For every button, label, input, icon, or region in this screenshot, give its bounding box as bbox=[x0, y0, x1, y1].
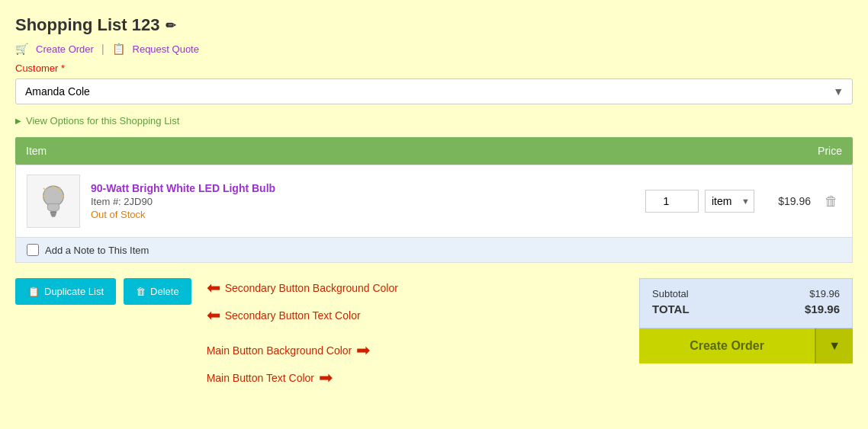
separator: | bbox=[101, 43, 104, 55]
col-price-header: Price bbox=[818, 145, 842, 157]
required-mark: * bbox=[61, 62, 65, 74]
item-image bbox=[27, 174, 80, 228]
duplicate-label: Duplicate List bbox=[44, 286, 104, 297]
customer-label: Customer * bbox=[15, 62, 853, 74]
create-order-button[interactable]: Create Order bbox=[639, 328, 815, 363]
view-options-row[interactable]: ▶ View Options for this Shopping List bbox=[15, 115, 853, 126]
subtotal-label: Subtotal bbox=[652, 288, 689, 299]
unit-select-wrapper: item ▼ bbox=[705, 190, 754, 213]
annotation-secondary-text-text: Secondary Button Text Color bbox=[225, 309, 361, 322]
svg-rect-1 bbox=[50, 211, 56, 213]
quote-icon: 📋 bbox=[112, 43, 125, 55]
bulb-svg bbox=[34, 182, 72, 220]
item-name[interactable]: 90-Watt Bright White LED Light Bulb bbox=[91, 182, 635, 194]
total-label: TOTAL bbox=[652, 303, 690, 315]
cart-icon: 🛒 bbox=[15, 43, 28, 55]
customer-select-wrapper: Amanda Cole ▼ bbox=[15, 78, 853, 104]
table-header: Item Price bbox=[15, 137, 853, 165]
item-number: Item #: 2JD90 bbox=[91, 196, 635, 207]
annotations-area: ⬅ Secondary Button Background Color ⬅ Se… bbox=[191, 278, 639, 395]
annotation-secondary-bg: ⬅ Secondary Button Background Color bbox=[207, 278, 624, 298]
subtotal-value: $19.96 bbox=[809, 288, 840, 299]
annotation-main-bg: Main Button Background Color ➡ bbox=[207, 341, 624, 360]
bottom-section: 📋 Duplicate List 🗑 Delete ⬅ Secondary Bu… bbox=[15, 278, 853, 395]
item-row: 90-Watt Bright White LED Light Bulb Item… bbox=[15, 165, 853, 238]
summary-box: Subtotal $19.96 TOTAL $19.96 bbox=[639, 278, 853, 328]
view-options-arrow: ▶ bbox=[15, 117, 21, 125]
annotation-secondary-bg-text: Secondary Button Background Color bbox=[225, 282, 398, 294]
quantity-controls: item ▼ bbox=[645, 190, 754, 213]
create-order-dropdown-button[interactable]: ▼ bbox=[815, 328, 853, 363]
annotation-main-bg-text: Main Button Background Color bbox=[207, 344, 352, 357]
duplicate-icon: 📋 bbox=[27, 286, 40, 297]
svg-rect-3 bbox=[52, 216, 56, 217]
annotation-main-text: Main Button Text Color ➡ bbox=[207, 368, 624, 388]
duplicate-list-button[interactable]: 📋 Duplicate List bbox=[15, 278, 116, 305]
add-note-checkbox[interactable] bbox=[27, 244, 39, 256]
page-title: Shopping List 123 bbox=[15, 15, 159, 35]
item-details: 90-Watt Bright White LED Light Bulb Item… bbox=[91, 182, 635, 220]
pencil-icon[interactable]: ✏ bbox=[166, 18, 175, 33]
delete-label: Delete bbox=[150, 286, 179, 297]
item-stock-status: Out of Stock bbox=[91, 209, 635, 220]
view-options-label: View Options for this Shopping List bbox=[26, 115, 179, 126]
add-note-label[interactable]: Add a Note to This Item bbox=[45, 245, 149, 256]
page-title-row: Shopping List 123 ✏ bbox=[15, 15, 853, 35]
item-price: $19.96 bbox=[765, 195, 811, 207]
unit-select[interactable]: item bbox=[705, 190, 754, 213]
col-item-header: Item bbox=[26, 145, 47, 157]
annotation-secondary-text: ⬅ Secondary Button Text Color bbox=[207, 306, 624, 325]
total-value: $19.96 bbox=[805, 303, 840, 315]
svg-rect-2 bbox=[51, 214, 56, 216]
customer-select[interactable]: Amanda Cole bbox=[15, 78, 853, 104]
annotation-main-text-text: Main Button Text Color bbox=[207, 372, 314, 384]
action-buttons: 📋 Duplicate List 🗑 Delete bbox=[15, 278, 191, 305]
trash-icon: 🗑 bbox=[136, 286, 146, 297]
action-links: 🛒 Create Order | 📋 Request Quote bbox=[15, 43, 853, 55]
create-order-wrapper: Create Order ▼ bbox=[639, 328, 853, 363]
delete-list-button[interactable]: 🗑 Delete bbox=[124, 278, 191, 305]
total-row: TOTAL $19.96 bbox=[652, 303, 840, 315]
quantity-input[interactable] bbox=[645, 190, 699, 213]
summary-section: Subtotal $19.96 TOTAL $19.96 Create Orde… bbox=[639, 278, 853, 363]
add-note-row: Add a Note to This Item bbox=[15, 238, 853, 263]
create-order-link[interactable]: Create Order bbox=[36, 43, 94, 55]
request-quote-link[interactable]: Request Quote bbox=[133, 43, 199, 55]
delete-item-button[interactable]: 🗑 bbox=[821, 190, 841, 213]
subtotal-row: Subtotal $19.96 bbox=[652, 288, 840, 299]
